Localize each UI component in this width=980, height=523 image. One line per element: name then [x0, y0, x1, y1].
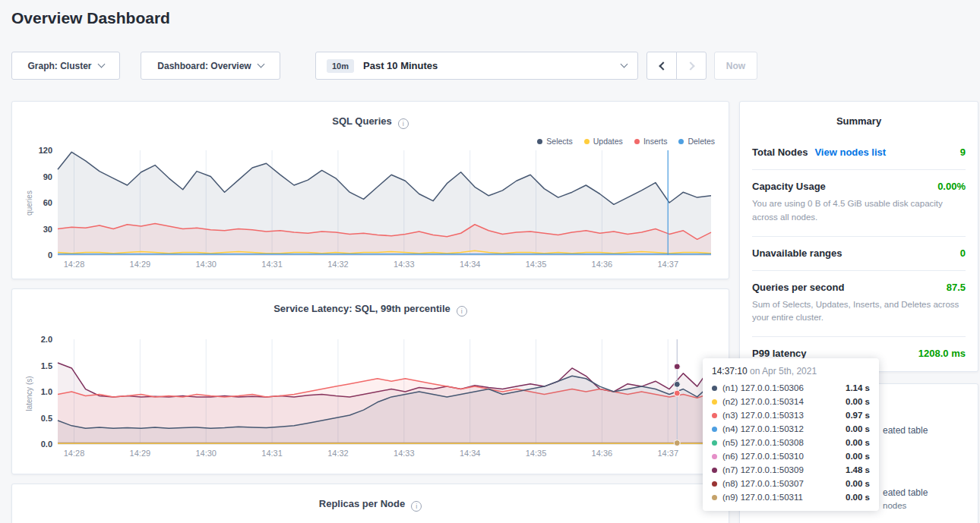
event-text-fragment: eated table — [883, 425, 928, 436]
tooltip-row: (n6) 127.0.0.1:503100.00 s — [712, 449, 870, 463]
svg-text:14:37: 14:37 — [657, 449, 678, 458]
tooltip-rows: (n1) 127.0.0.1:503061.14 s(n2) 127.0.0.1… — [712, 381, 870, 504]
tooltip-row: (n1) 127.0.0.1:503061.14 s — [712, 381, 870, 395]
svg-text:1.5: 1.5 — [41, 361, 52, 370]
info-icon[interactable]: i — [411, 501, 422, 512]
node-color-dot-icon — [712, 386, 717, 391]
legend-label: Updates — [593, 137, 623, 146]
tooltip-header: 14:37:10 on Apr 5th, 2021 — [712, 366, 870, 376]
tooltip-node-value: 0.00 s — [846, 424, 870, 433]
tooltip-node-label: (n5) 127.0.0.1:50308 — [722, 438, 804, 447]
tooltip-row: (n8) 127.0.0.1:503070.00 s — [712, 477, 870, 490]
svg-text:14:29: 14:29 — [130, 449, 151, 458]
tooltip-date: on Apr 5th, 2021 — [750, 366, 817, 376]
tooltip-node-label: (n9) 127.0.0.1:50311 — [722, 493, 803, 502]
legend-item[interactable]: Updates — [584, 137, 623, 146]
sql-queries-panel: SQL Queriesi SelectsUpdatesInsertsDelete… — [11, 101, 729, 279]
legend-item[interactable]: Deletes — [678, 137, 715, 146]
chevron-right-icon — [686, 61, 694, 70]
time-forward-button[interactable] — [676, 52, 707, 80]
svg-text:90: 90 — [43, 172, 52, 181]
time-range-dropdown[interactable]: 10m Past 10 Minutes — [315, 52, 638, 80]
tooltip-node-value: 1.14 s — [846, 383, 870, 392]
svg-text:1.0: 1.0 — [41, 387, 52, 396]
node-color-dot-icon — [712, 454, 717, 459]
info-icon[interactable]: i — [457, 306, 467, 317]
svg-text:14:31: 14:31 — [261, 449, 283, 458]
svg-text:14:37: 14:37 — [657, 260, 678, 269]
legend-item[interactable]: Inserts — [634, 137, 668, 146]
overview-dashboard-screen: Overview Dashboard Graph: Cluster Dashbo… — [0, 0, 980, 523]
svg-text:0: 0 — [48, 250, 52, 260]
summary-capacity: Capacity Usage 0.00% You are using 0 B o… — [752, 170, 966, 237]
legend-label: Selects — [546, 137, 572, 146]
replicas-chart-title: Replicas per Node — [319, 498, 405, 509]
node-color-dot-icon — [712, 427, 717, 432]
svg-text:0.0: 0.0 — [41, 440, 52, 449]
chart-legend: SelectsUpdatesInsertsDeletes — [537, 137, 715, 146]
time-range-badge: 10m — [327, 59, 354, 73]
capacity-caption: You are using 0 B of 4.5 GiB usable disk… — [752, 197, 966, 225]
chart-title-row: SQL Queriesi — [12, 102, 729, 129]
sql-queries-chart[interactable]: 14:2814:2914:3014:3114:3214:3314:3414:35… — [29, 146, 720, 272]
svg-text:14:35: 14:35 — [526, 260, 547, 269]
now-button[interactable]: Now — [714, 52, 757, 80]
tooltip-node-label: (n2) 127.0.0.1:50314 — [722, 397, 804, 406]
qps-label: Queries per second — [752, 282, 844, 293]
p99-value: 1208.0 ms — [918, 348, 966, 359]
service-latency-panel: Service Latency: SQL, 99th percentilei l… — [11, 288, 729, 474]
dashboard-dropdown[interactable]: Dashboard: Overview — [141, 52, 280, 80]
legend-label: Inserts — [643, 137, 668, 146]
svg-text:14:36: 14:36 — [592, 449, 613, 458]
service-latency-chart[interactable]: 14:2814:2914:3014:3114:3214:3314:3414:35… — [29, 335, 720, 461]
svg-text:2.0: 2.0 — [41, 335, 52, 344]
chart-title-row: Service Latency: SQL, 99th percentilei — [12, 289, 729, 317]
tooltip-node-value: 1.48 s — [846, 465, 870, 474]
summary-title: Summary — [740, 102, 978, 136]
svg-text:14:30: 14:30 — [195, 449, 217, 458]
tooltip-node-label: (n3) 127.0.0.1:50313 — [722, 411, 804, 420]
tooltip-node-value: 0.00 s — [846, 479, 870, 488]
svg-text:14:36: 14:36 — [592, 260, 613, 269]
capacity-value: 0.00% — [937, 181, 966, 192]
graph-dropdown[interactable]: Graph: Cluster — [11, 52, 120, 80]
summary-unavailable-ranges: Unavailable ranges 0 — [752, 237, 966, 271]
node-color-dot-icon — [712, 440, 717, 446]
tooltip-row: (n2) 127.0.0.1:503140.00 s — [712, 395, 870, 408]
replicas-per-node-panel: Replicas per Nodei — [11, 484, 729, 523]
svg-text:14:29: 14:29 — [130, 260, 151, 269]
time-back-button[interactable] — [646, 52, 677, 80]
legend-item[interactable]: Selects — [537, 137, 572, 146]
svg-text:14:33: 14:33 — [394, 260, 415, 269]
tooltip-node-value: 0.00 s — [846, 493, 870, 502]
tooltip-node-label: (n7) 127.0.0.1:50309 — [722, 465, 804, 474]
svg-text:14:28: 14:28 — [64, 260, 85, 269]
summary-total-nodes: Total Nodes View nodes list 9 — [752, 136, 966, 170]
info-icon[interactable]: i — [398, 118, 409, 129]
view-nodes-list-link[interactable]: View nodes list — [814, 147, 886, 158]
svg-text:0.5: 0.5 — [41, 414, 52, 423]
event-text-fragment: eated table — [883, 487, 928, 498]
tooltip-node-value: 0.00 s — [846, 438, 870, 447]
graph-dropdown-label: Graph: Cluster — [27, 61, 91, 71]
svg-text:14:34: 14:34 — [460, 260, 481, 269]
tooltip-node-value: 0.00 s — [846, 452, 870, 461]
tooltip-row: (n4) 127.0.0.1:503120.00 s — [712, 422, 870, 436]
time-range-label: Past 10 Minutes — [363, 60, 438, 71]
qps-value: 87.5 — [947, 282, 966, 293]
svg-text:14:33: 14:33 — [394, 449, 415, 458]
dashboard-dropdown-label: Dashboard: Overview — [157, 61, 251, 71]
total-nodes-value: 9 — [960, 147, 966, 158]
legend-dot-icon — [634, 139, 640, 144]
chart-title-row: Replicas per Nodei — [12, 484, 729, 512]
node-color-dot-icon — [712, 413, 717, 418]
svg-text:14:32: 14:32 — [327, 260, 349, 269]
node-color-dot-icon — [712, 399, 717, 405]
tooltip-row: (n7) 127.0.0.1:503091.48 s — [712, 463, 870, 477]
svg-text:14:35: 14:35 — [526, 449, 547, 458]
legend-dot-icon — [678, 139, 684, 144]
node-color-dot-icon — [712, 468, 717, 473]
total-nodes-label: Total Nodes — [752, 147, 808, 158]
service-latency-chart-title: Service Latency: SQL, 99th percentile — [273, 303, 450, 314]
node-color-dot-icon — [712, 495, 717, 500]
